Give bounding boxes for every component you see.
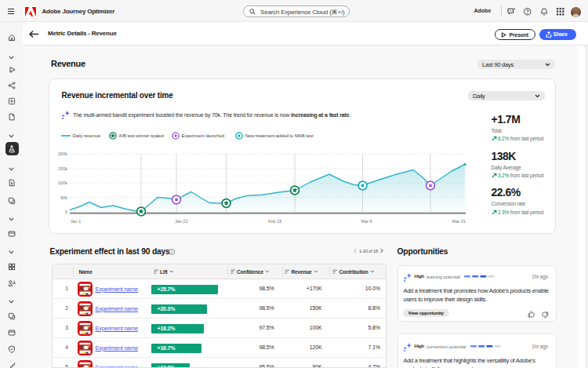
svg-text:50k: 50k: [60, 195, 67, 200]
svg-text:200k: 200k: [58, 151, 67, 156]
svg-text:Jan 1: Jan 1: [71, 219, 81, 224]
svg-text:Feb 15: Feb 15: [268, 219, 281, 224]
svg-text:150k: 150k: [58, 166, 67, 171]
svg-text:Mar 9: Mar 9: [361, 219, 372, 224]
svg-text:0: 0: [65, 210, 67, 214]
svg-text:Mar 31: Mar 31: [452, 219, 466, 224]
svg-text:100k: 100k: [58, 180, 67, 185]
svg-text:Jan 22: Jan 22: [175, 219, 188, 224]
